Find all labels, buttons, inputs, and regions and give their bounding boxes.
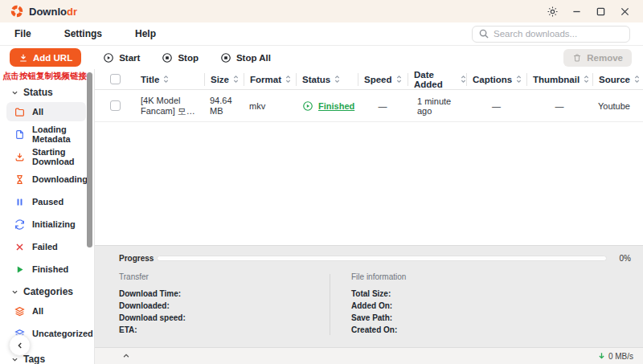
titlebar: Downlodr [0, 0, 643, 22]
minimize-icon [572, 7, 581, 16]
hourglass-icon [14, 174, 25, 185]
menu-help[interactable]: Help [135, 28, 156, 39]
start-button[interactable]: Start [103, 52, 140, 63]
sidebar-item-paused[interactable]: Paused [6, 192, 86, 211]
column-label: Title [141, 75, 159, 84]
download-icon [14, 152, 25, 162]
column-header-speed[interactable]: Speed [358, 73, 408, 86]
main-content: Title Size Format Status Speed Date Adde… [95, 69, 643, 364]
add-url-button[interactable]: Add URL [10, 48, 81, 67]
file-info-title: File information [351, 272, 643, 281]
column-header-status[interactable]: Status [296, 73, 358, 86]
collapse-details-button[interactable] [122, 352, 130, 360]
x-icon [14, 242, 25, 252]
cell-captions: — [466, 101, 526, 111]
sidebar-item-downloading[interactable]: Downloading [6, 170, 86, 189]
body: 点击按钮复制视频链接 Status All Loading Metadata [0, 69, 643, 364]
stop-all-label: Stop All [236, 53, 271, 63]
sidebar-item-failed[interactable]: Failed [6, 237, 86, 256]
downloaded-label: Downloaded: [119, 300, 330, 312]
chevron-down-icon [11, 288, 18, 296]
column-header-size[interactable]: Size [204, 73, 244, 86]
column-label: Date Added [414, 70, 457, 89]
chevron-left-icon [16, 342, 24, 350]
window-controls [540, 2, 637, 21]
search-box [472, 26, 630, 43]
network-speed: 0 MB/s [598, 352, 633, 361]
stop-all-button[interactable]: Stop All [220, 52, 271, 63]
column-header-date-added[interactable]: Date Added [408, 73, 466, 86]
sidebar-section-categories[interactable]: Categories [11, 286, 73, 297]
sidebar-item-starting-download[interactable]: Starting Download [6, 147, 86, 166]
stop-circle-icon [220, 52, 231, 63]
download-time-label: Download Time: [119, 288, 330, 300]
progress-bar [157, 256, 607, 261]
sidebar-collapse-button[interactable] [9, 334, 31, 356]
sidebar-item-label: Paused [32, 197, 63, 207]
sidebar-item-finished[interactable]: Finished [6, 260, 86, 279]
cell-status: Finished [296, 100, 358, 112]
close-button[interactable] [612, 2, 637, 21]
app-brand: Downlodr [10, 5, 77, 18]
search-icon [479, 29, 489, 39]
cell-speed: — [358, 101, 408, 111]
sidebar-scrollbar[interactable] [87, 72, 92, 247]
sidebar-item-loading-metadata[interactable]: Loading Metadata [6, 125, 86, 144]
start-label: Start [119, 53, 140, 63]
categories-section-label: Categories [23, 286, 73, 297]
total-size-label: Total Size: [351, 288, 643, 300]
sidebar-item-label: Initializing [32, 219, 76, 229]
download-speed-label: Download speed: [119, 312, 330, 324]
table-row[interactable]: [4K Model Fancam] 모델 … 94.64 MB mkv Fini… [95, 90, 643, 122]
stop-button[interactable]: Stop [162, 52, 199, 63]
layers-icon [14, 306, 25, 317]
status-finished-link[interactable]: Finished [318, 101, 354, 111]
pause-icon [14, 197, 25, 207]
column-header-format[interactable]: Format [244, 73, 296, 86]
toolbar: Add URL Start Stop Stop All Remove [0, 46, 643, 69]
column-label: Status [302, 75, 330, 84]
cell-date-added: 1 minute ago [408, 96, 466, 116]
minimize-button[interactable] [564, 2, 588, 21]
play-circle-icon [302, 100, 313, 112]
select-all-checkbox[interactable] [110, 74, 121, 84]
sort-icon [396, 75, 402, 84]
cell-size: 94.64 MB [204, 96, 244, 117]
cell-thumbnail: — [526, 101, 592, 111]
column-header-source[interactable]: Source [592, 73, 643, 86]
play-circle-icon [103, 52, 114, 63]
app-title: Downlo [29, 6, 67, 18]
menu-settings[interactable]: Settings [64, 28, 102, 39]
sidebar-item-label: Downloading [32, 174, 88, 184]
copy-link-hint: 点击按钮复制视频链接 [2, 71, 94, 82]
add-url-label: Add URL [33, 53, 72, 63]
sidebar-item-categories-all[interactable]: All [6, 301, 86, 321]
sidebar-item-initializing[interactable]: Initializing [6, 215, 86, 234]
sun-icon [547, 6, 558, 17]
sidebar-item-all[interactable]: All [6, 102, 86, 121]
column-header-thumbnail[interactable]: Thumbnail [526, 73, 592, 86]
sort-icon [584, 75, 589, 84]
sort-icon [233, 75, 239, 84]
sidebar-item-label: Loading Metadata [32, 125, 86, 144]
sidebar-item-label: All [32, 306, 43, 316]
transfer-title: Transfer [119, 272, 330, 281]
search-input[interactable] [494, 29, 623, 39]
theme-toggle-button[interactable] [540, 2, 564, 21]
sort-icon [163, 75, 169, 84]
progress-label: Progress [119, 254, 157, 263]
chevron-down-icon [11, 89, 18, 96]
menu-file[interactable]: File [14, 28, 31, 39]
row-checkbox[interactable] [110, 100, 121, 111]
maximize-button[interactable] [588, 2, 612, 21]
cell-title: [4K Model Fancam] 모델 … [135, 96, 204, 117]
column-header-captions[interactable]: Captions [466, 73, 526, 86]
sidebar-item-label: Failed [32, 242, 58, 252]
trash-icon [572, 53, 582, 63]
status-list: All Loading Metadata Starting Download D… [6, 102, 86, 279]
remove-button[interactable]: Remove [563, 49, 632, 67]
download-icon [18, 53, 28, 63]
menubar: File Settings Help [0, 22, 643, 46]
column-header-title[interactable]: Title [135, 73, 204, 86]
sidebar-section-status[interactable]: Status [11, 87, 53, 98]
